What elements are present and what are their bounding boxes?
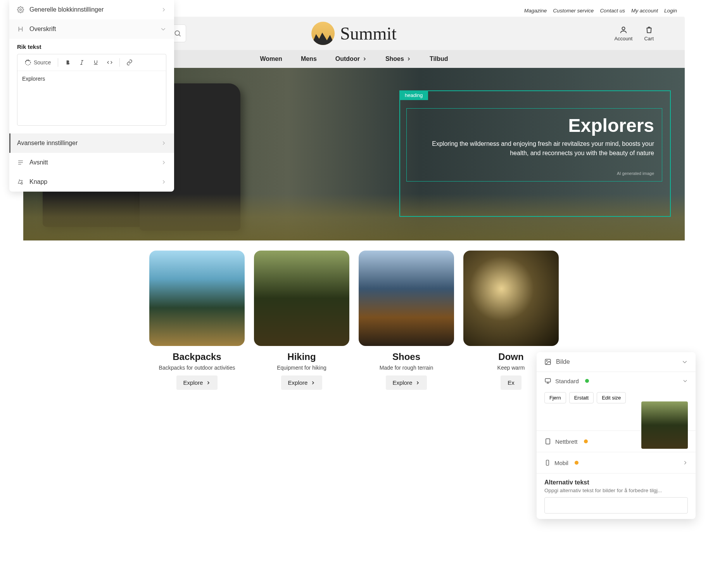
button-row[interactable]: Knapp [9,172,174,192]
card-subtitle: Made for rough terrain [359,365,454,371]
explore-label: Explore [393,379,413,386]
chevron-right-icon [362,57,367,61]
logo-icon [311,22,335,45]
code-icon [107,59,113,66]
nav-women[interactable]: Women [260,55,282,62]
italic-button[interactable] [76,57,88,68]
source-icon [24,59,31,66]
card-subtitle: Backpacks for outdoor activities [149,365,245,371]
image-icon [544,358,551,365]
alt-text-section: Alternativ tekst Oppgi alternativ tekst … [537,473,696,519]
link-button[interactable] [124,57,135,68]
svg-point-13 [21,183,23,185]
image-settings-panel: Bilde Standard Fjern Erstatt Edit size N… [537,352,696,519]
link-magazine[interactable]: Magazine [524,8,547,14]
explore-button[interactable]: Explore [386,375,427,390]
rich-text-editor: Source Explorers [17,54,166,126]
alt-text-input[interactable] [544,497,688,514]
toolbar-divider [119,58,120,67]
advanced-label: Avanserte innstillinger [17,140,78,147]
logo[interactable]: Summit [311,22,397,45]
explore-label: Explore [288,379,308,386]
mobile-icon [544,459,551,466]
account-label: Account [614,36,632,42]
italic-icon [79,59,85,66]
alt-text-title: Alternativ tekst [544,479,688,486]
cart-label: Cart [644,36,654,42]
svg-point-0 [175,31,180,35]
heading-label: Overskrift [29,26,56,33]
status-dot-green [585,379,589,383]
nav-shoes[interactable]: Shoes [385,55,411,62]
code-button[interactable] [104,57,116,68]
card-title: Shoes [359,351,454,362]
advanced-settings-row[interactable]: Avanserte innstillinger [9,133,174,153]
tablet-label: Nettbrett [555,438,578,445]
nav-outdoor[interactable]: Outdoor [335,55,367,62]
rich-text-content[interactable]: Explorers [17,71,166,125]
user-icon [619,26,628,34]
card-image[interactable] [149,251,245,346]
replace-button[interactable]: Erstatt [569,392,594,403]
nav-mens[interactable]: Mens [301,55,317,62]
underline-icon [93,59,99,66]
card-subtitle: Equipment for hiking [254,365,349,371]
general-block-settings-row[interactable]: Generelle blokkinnstillinger [9,0,174,19]
link-customer-service[interactable]: Customer service [553,8,594,14]
search-icon[interactable] [174,29,181,37]
card-image[interactable] [359,251,454,346]
card-image[interactable] [463,251,559,346]
paragraph-row[interactable]: Avsnitt [9,153,174,172]
mobile-device-row[interactable]: Mobil [537,452,696,473]
card-shoes: Shoes Made for rough terrain Explore [359,251,454,390]
account-button[interactable]: Account [614,26,632,42]
svg-rect-19 [546,439,550,444]
hero-title: Explorers [414,115,654,136]
nav-shoes-label: Shoes [385,55,404,62]
link-contact-us[interactable]: Contact us [600,8,625,14]
alt-text-hint: Oppgi alternativ tekst for bilder for å … [544,488,688,493]
hero-ai-note: AI generated image [617,171,654,176]
heading-row[interactable]: Overskrift [9,19,174,39]
link-my-account[interactable]: My account [631,8,658,14]
svg-point-3 [622,27,625,29]
status-dot-orange [575,461,578,465]
rich-text-label: Rik tekst [17,43,166,50]
bold-button[interactable] [62,57,74,68]
hero-edit-overlay[interactable]: heading Explorers Exploring the wilderne… [399,90,671,217]
svg-line-1 [179,35,181,36]
bag-icon [645,26,653,34]
chevron-right-icon [206,380,211,385]
image-thumbnail[interactable] [641,401,688,449]
button-label: Knapp [29,178,47,185]
standard-device-row[interactable]: Standard [544,377,688,390]
image-panel-header[interactable]: Bilde [537,352,696,372]
remove-button[interactable]: Fjern [544,392,566,403]
edit-size-button[interactable]: Edit size [597,392,626,403]
chevron-right-icon [311,380,315,385]
svg-line-6 [81,61,83,65]
paragraph-icon [17,159,24,166]
source-button[interactable]: Source [21,57,54,67]
hero-text-box[interactable]: Explorers Exploring the wilderness and e… [406,108,662,182]
heading-icon [17,26,24,33]
explore-button[interactable]: Explore [281,375,323,390]
rt-toolbar: Source [17,54,166,71]
link-login[interactable]: Login [664,8,677,14]
svg-point-4 [20,9,22,11]
card-title: Backpacks [149,351,245,362]
svg-rect-16 [545,379,551,382]
explore-button[interactable]: Explore [176,375,218,390]
chevron-down-icon [160,26,166,32]
cart-button[interactable]: Cart [644,26,654,42]
nav-outdoor-label: Outdoor [335,55,360,62]
nav-tilbud[interactable]: Tilbud [430,55,448,62]
mobile-label: Mobil [554,460,568,466]
underline-button[interactable] [90,57,102,68]
chevron-right-icon [415,380,420,385]
paragraph-label: Avsnitt [29,159,48,166]
source-label: Source [34,59,51,66]
explore-button[interactable]: Ex [501,375,522,390]
logo-text: Summit [340,23,397,44]
card-image[interactable] [254,251,349,346]
